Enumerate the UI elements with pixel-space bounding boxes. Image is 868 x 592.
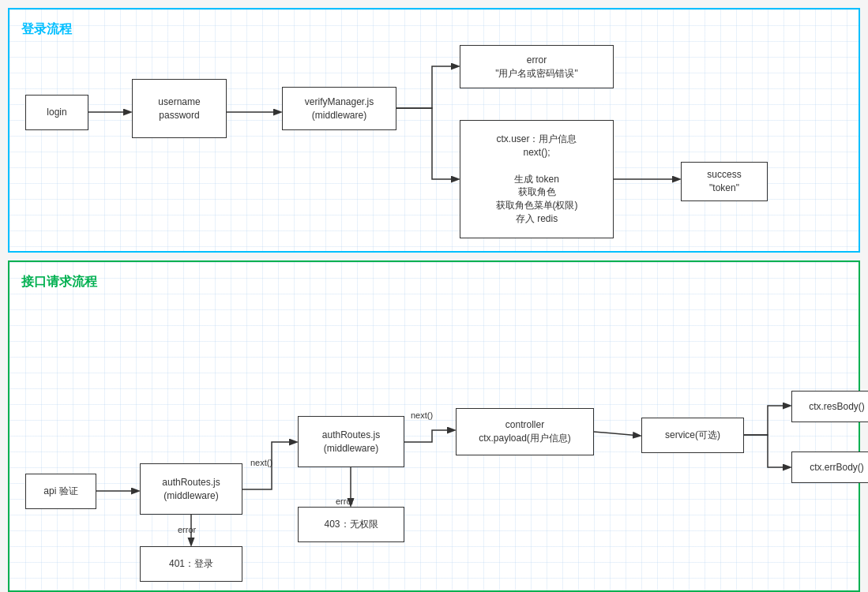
auth-mid2-node: authRoutes.js(middleware) [298, 416, 404, 467]
err-403-node: 403：无权限 [298, 507, 404, 542]
controller-node: controllerctx.payload(用户信息) [456, 408, 594, 455]
verify-manager-node: verifyManager.js(middleware) [282, 87, 396, 130]
err-401-node: 401：登录 [140, 546, 242, 582]
err-body-node: ctx.errBody() [791, 451, 868, 483]
api-flow-diagram: 接口请求流程 api 验证 authRoutes.js(middleware) … [8, 260, 860, 592]
next-label-2: next() [411, 410, 433, 420]
main-container: 登录流程 login usernamepassword verifyManage… [0, 0, 868, 592]
svg-line-4 [594, 432, 640, 436]
api-verify-node: api 验证 [25, 474, 96, 509]
login-node: login [25, 95, 88, 130]
auth-mid1-node: authRoutes.js(middleware) [140, 463, 242, 515]
success-node: success"token" [681, 162, 768, 201]
next-label-1: next() [250, 458, 272, 467]
error-label-1: error [178, 525, 196, 534]
service-node: service(可选) [641, 418, 744, 453]
error-label-2: error [336, 496, 354, 506]
login-flow-diagram: 登录流程 login usernamepassword verifyManage… [8, 8, 860, 253]
res-body-node: ctx.resBody() [791, 391, 868, 422]
api-flow-title: 接口请求流程 [21, 274, 847, 290]
error-node: error"用户名或密码错误" [460, 45, 614, 88]
credentials-node: usernamepassword [132, 79, 227, 138]
login-flow-title: 登录流程 [21, 21, 847, 38]
ctx-user-node: ctx.user：用户信息next();生成 token获取角色获取角色菜单(权… [460, 120, 614, 238]
